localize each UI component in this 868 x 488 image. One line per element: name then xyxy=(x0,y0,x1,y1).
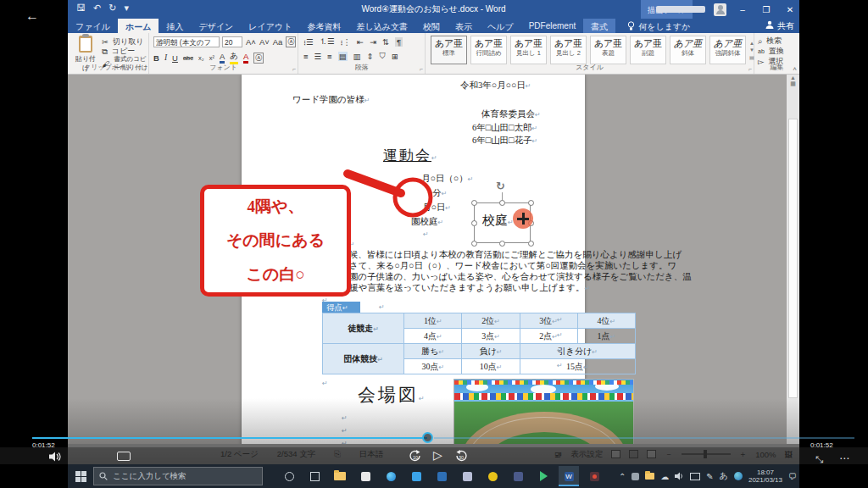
font-name-combo[interactable]: 游明朝 (本文のフ xyxy=(153,36,220,47)
file-explorer-icon[interactable] xyxy=(330,466,350,486)
vertical-scrollbar[interactable]: ▲ ▦ xyxy=(787,75,799,464)
back-button[interactable]: ← xyxy=(25,8,39,24)
bold-button[interactable]: B xyxy=(153,53,159,63)
minimize-button[interactable]: – xyxy=(735,5,750,14)
font-size-combo[interactable]: 20 xyxy=(222,36,242,47)
cortana-icon[interactable] xyxy=(279,466,299,486)
resize-handle-top-right[interactable] xyxy=(528,200,534,206)
clipboard-dialog-launcher[interactable]: ⌐ xyxy=(143,66,147,72)
scrollbar-thumb[interactable] xyxy=(788,119,798,398)
resize-handle-bottom-left[interactable] xyxy=(471,241,477,247)
timeline-playhead[interactable] xyxy=(422,432,433,443)
tab-home[interactable]: ホーム xyxy=(118,19,159,33)
line-spacing-button[interactable]: ⇕ xyxy=(367,52,374,61)
text-effects-button[interactable]: A xyxy=(220,52,225,64)
justify-button[interactable]: ▤ xyxy=(338,52,348,61)
tray-app-icon[interactable] xyxy=(632,473,639,480)
tab-insert[interactable]: 挿入 xyxy=(159,19,191,33)
tab-format[interactable]: 書式 xyxy=(583,19,615,33)
screen-recorder-icon[interactable] xyxy=(584,466,604,486)
ruler-toggle-icon[interactable]: ▦ xyxy=(787,80,799,87)
tab-file[interactable]: ファイル xyxy=(68,19,118,33)
font-dialog-launcher[interactable]: ⌐ xyxy=(292,66,296,72)
subtitle-button[interactable] xyxy=(117,452,131,461)
increase-indent-button[interactable]: ⇥ xyxy=(370,37,376,47)
align-left-button[interactable]: ≡ xyxy=(303,52,309,61)
style-no-spacing[interactable]: あア亜行間詰め xyxy=(470,36,507,64)
style-subtitle[interactable]: あア亜副題 xyxy=(630,36,666,64)
tray-edge-icon[interactable] xyxy=(734,472,743,480)
resize-handle-top-center[interactable] xyxy=(499,200,505,206)
textbox-text[interactable]: 校庭↵ xyxy=(482,213,514,229)
resize-handle-mid-left[interactable] xyxy=(471,220,477,226)
rewind-10-button[interactable]: 10 xyxy=(409,449,422,463)
numbering-button[interactable]: ⒈☰ xyxy=(320,36,335,47)
font-color-button[interactable]: A xyxy=(243,52,248,64)
edge-browser-icon[interactable] xyxy=(381,466,401,486)
style-emphasis[interactable]: あア亜強調斜体 xyxy=(709,36,746,64)
distribute-button[interactable]: ▥ xyxy=(353,52,361,61)
sort-button[interactable]: ⇅ xyxy=(382,37,389,47)
tab-mailings[interactable]: 差し込み文書 xyxy=(349,19,415,33)
taskbar-search-input[interactable]: ここに入力して検索 xyxy=(93,467,263,485)
tab-review[interactable]: 校閲 xyxy=(415,19,448,33)
paragraph-dialog-launcher[interactable]: ⌐ xyxy=(420,66,423,72)
shrink-font-button[interactable]: A˅ xyxy=(259,37,270,47)
superscript-button[interactable]: x² xyxy=(209,54,214,62)
play-button[interactable]: ▷ xyxy=(433,448,442,462)
close-button[interactable]: ✕ xyxy=(782,5,798,14)
strikethrough-button[interactable]: abc xyxy=(183,54,193,62)
style-title[interactable]: あア亜表題 xyxy=(590,36,626,64)
yellow-app-icon[interactable] xyxy=(482,466,503,486)
restore-button[interactable]: ❐ xyxy=(759,5,774,14)
taskbar-clock[interactable]: 18:072021/03/13 xyxy=(748,469,782,484)
tell-me-box[interactable]: 何をしますか xyxy=(615,19,697,33)
app-icon[interactable] xyxy=(508,466,528,486)
style-normal[interactable]: あア亜標準 xyxy=(431,36,467,64)
borders-button[interactable]: ⊞ xyxy=(392,52,398,61)
tab-design[interactable]: デザイン xyxy=(191,19,241,33)
onenote-icon[interactable] xyxy=(457,466,477,486)
network-display-icon[interactable] xyxy=(690,473,700,480)
microsoft-store-icon[interactable] xyxy=(355,466,376,486)
account-avatar[interactable] xyxy=(714,3,726,16)
pen-icon[interactable]: ✎ xyxy=(706,472,713,481)
align-right-button[interactable]: ≡ xyxy=(327,52,332,61)
resize-handle-bottom-center[interactable] xyxy=(499,241,505,247)
grow-font-button[interactable]: A˄ xyxy=(246,37,256,47)
resize-handle-bottom-right[interactable] xyxy=(528,241,534,247)
volume-icon[interactable] xyxy=(675,472,684,480)
volume-button[interactable] xyxy=(49,452,62,462)
tab-pdfelement[interactable]: PDFelement xyxy=(521,19,584,33)
tray-folder-icon[interactable] xyxy=(645,473,654,480)
ime-indicator[interactable]: あ xyxy=(720,470,728,482)
subscript-button[interactable]: x₂ xyxy=(198,54,204,62)
word-app-icon[interactable]: W xyxy=(559,466,579,486)
style-heading1[interactable]: あア亜見出し 1 xyxy=(510,36,547,64)
show-marks-button[interactable]: ¶ xyxy=(395,37,403,47)
timeline-remaining[interactable] xyxy=(434,437,854,439)
timeline-played[interactable] xyxy=(32,437,427,439)
enclose-char-button[interactable]: Ⓐ xyxy=(286,36,296,47)
shading-button[interactable]: ⛉ xyxy=(380,51,386,61)
style-italic[interactable]: あア亜斜体 xyxy=(670,36,706,64)
share-button[interactable]: 共有 xyxy=(765,20,794,32)
underline-button[interactable]: U xyxy=(172,53,178,63)
score-table[interactable]: 徒競走↵ 1位↵ 2位↵ 3位↵ 4位↵ 4点↵ 3点↵ 2点↵ 1点↵ 団体競… xyxy=(322,313,636,374)
tab-references[interactable]: 参考資料 xyxy=(300,19,349,33)
character-border-button[interactable]: Ⓐ xyxy=(253,53,264,64)
mail-icon[interactable] xyxy=(406,466,426,486)
change-case-button[interactable]: Aa xyxy=(273,37,283,47)
onedrive-icon[interactable]: ☁ xyxy=(660,472,669,481)
tab-help[interactable]: ヘルプ xyxy=(480,19,521,33)
forward-30-button[interactable]: 30 xyxy=(454,449,468,463)
more-options-button[interactable]: ⋯ xyxy=(839,452,849,464)
video-editor-icon[interactable] xyxy=(533,466,554,486)
tab-view[interactable]: 表示 xyxy=(448,19,480,33)
styles-dialog-launcher[interactable]: ⌐ xyxy=(748,66,752,72)
style-heading2[interactable]: あア亜見出し 2 xyxy=(550,36,587,64)
rotate-handle[interactable]: ↻ xyxy=(496,180,505,192)
document-area[interactable]: 令和3年○月○○日↵ ワード学園の皆様↵ 体育祭委員会↵ 6年□山田□太郎↵ 6… xyxy=(68,75,799,464)
action-center-icon[interactable]: 🗩 xyxy=(788,472,797,481)
resize-handle-top-left[interactable] xyxy=(471,200,477,206)
